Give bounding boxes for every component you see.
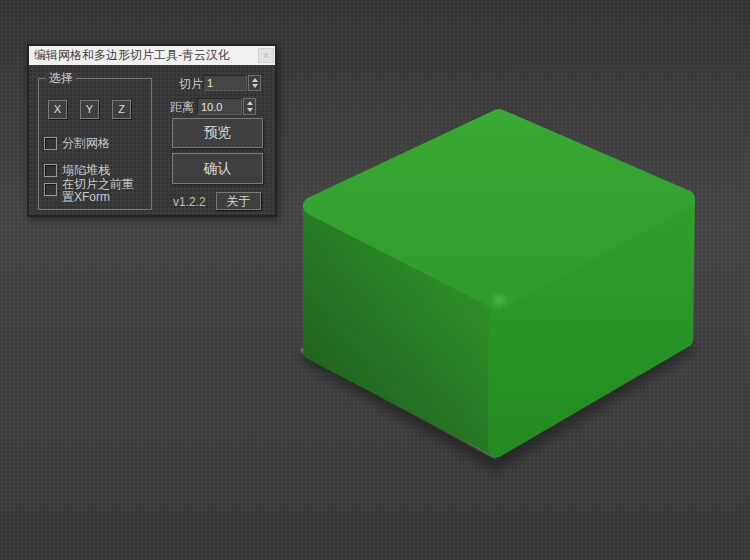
- spinner-up-icon[interactable]: [247, 101, 253, 105]
- slice-count-input[interactable]: [203, 75, 247, 91]
- select-group-title: 选择: [46, 71, 76, 85]
- checkbox-split-mesh[interactable]: [44, 137, 57, 150]
- dialog-title: 编辑网格和多边形切片工具-青云汉化: [34, 48, 230, 62]
- axis-x-button[interactable]: X: [48, 100, 67, 119]
- confirm-button[interactable]: 确认: [172, 153, 263, 184]
- axis-z-button[interactable]: Z: [112, 100, 131, 119]
- distance-input[interactable]: [197, 98, 242, 115]
- version-text: v1.2.2: [173, 194, 206, 210]
- close-button[interactable]: ×: [258, 48, 274, 63]
- axis-y-button[interactable]: Y: [80, 100, 99, 119]
- spinner-down-icon[interactable]: [247, 108, 253, 112]
- checkbox-reset-xform-label-line1: 在切片之前重: [62, 177, 134, 191]
- slice-tool-dialog: 编辑网格和多边形切片工具-青云汉化 × 选择 X Y Z 分割网格 塌陷堆栈 在…: [27, 44, 277, 217]
- slice-count-label: 切片: [179, 76, 203, 92]
- spinner-up-icon[interactable]: [252, 78, 258, 82]
- close-icon: ×: [263, 50, 269, 61]
- checkbox-collapse-stack[interactable]: [44, 164, 57, 177]
- preview-button[interactable]: 预览: [172, 118, 263, 148]
- spinner-down-icon[interactable]: [252, 84, 258, 88]
- checkbox-collapse-stack-label: 塌陷堆栈: [62, 163, 110, 177]
- slice-count-spinner[interactable]: [248, 75, 261, 91]
- checkbox-split-mesh-label: 分割网格: [62, 136, 110, 150]
- cube-corner-highlight: [494, 295, 504, 305]
- dialog-titlebar[interactable]: 编辑网格和多边形切片工具-青云汉化 ×: [29, 46, 275, 65]
- distance-label: 距离: [170, 99, 194, 115]
- checkbox-reset-xform[interactable]: [44, 183, 57, 196]
- dialog-body: 选择 X Y Z 分割网格 塌陷堆栈 在切片之前重 置XForm 切片 距离 预…: [29, 65, 275, 215]
- checkbox-reset-xform-label-line2: 置XForm: [62, 190, 110, 204]
- about-button[interactable]: 关于: [216, 192, 261, 210]
- distance-spinner[interactable]: [243, 98, 256, 115]
